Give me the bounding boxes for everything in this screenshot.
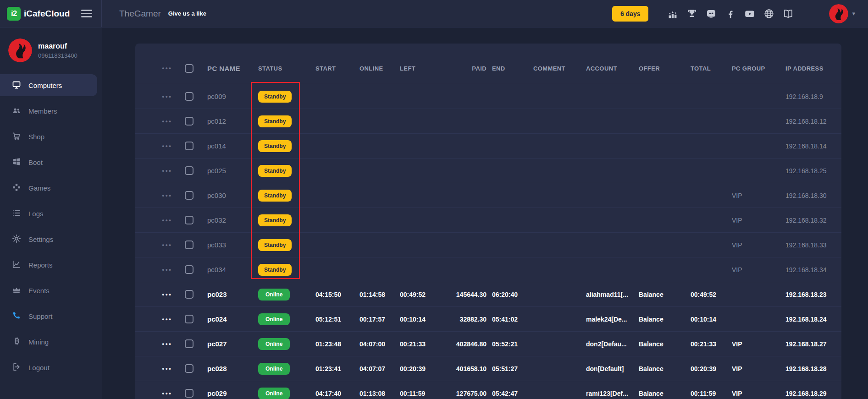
- col-start[interactable]: START: [312, 65, 356, 72]
- row-menu-button[interactable]: ●●●: [158, 391, 181, 396]
- col-left[interactable]: LEFT: [396, 65, 440, 72]
- cell-pc-name[interactable]: pc012: [204, 117, 254, 125]
- col-end[interactable]: END: [488, 65, 530, 72]
- row-checkbox[interactable]: [185, 117, 194, 126]
- col-ip-address[interactable]: IP ADDRESS: [782, 65, 841, 72]
- sidebar-item-label: Members: [28, 107, 57, 115]
- cell-pc-name[interactable]: pc030: [204, 191, 254, 199]
- row-checkbox[interactable]: [185, 216, 194, 224]
- crown-icon: [12, 285, 21, 296]
- row-checkbox[interactable]: [185, 389, 194, 398]
- status-badge: Online: [258, 338, 290, 350]
- row-menu-button[interactable]: ●●●: [158, 169, 181, 173]
- row-menu-button[interactable]: ●●●: [158, 218, 181, 223]
- col-total[interactable]: TOTAL: [687, 65, 728, 72]
- cell-group: VIP: [728, 365, 782, 372]
- menu-toggle-icon[interactable]: [81, 10, 92, 17]
- cell-pc-name[interactable]: pc027: [204, 340, 254, 348]
- col-status[interactable]: STATUS: [254, 65, 312, 72]
- ranking-icon[interactable]: [667, 8, 679, 20]
- cell-ip: 192.168.18.34: [782, 266, 841, 273]
- row-menu-button[interactable]: ●●●: [158, 366, 181, 371]
- cell-pc-name[interactable]: pc014: [204, 142, 254, 150]
- sidebar-item-logout[interactable]: Logout: [0, 356, 102, 378]
- sidebar-item-games[interactable]: Games: [0, 177, 102, 199]
- row-checkbox[interactable]: [185, 265, 194, 274]
- cell-account: rami123[Def...: [582, 390, 635, 397]
- sidebar-item-label: Shop: [28, 133, 44, 141]
- cell-ip: 192.168.18.30: [782, 192, 841, 199]
- row-menu-button[interactable]: ●●●: [158, 144, 181, 148]
- sidebar-item-members[interactable]: Members: [0, 100, 102, 122]
- app-logo[interactable]: i2 iCafeCloud: [7, 7, 70, 21]
- sidebar-item-settings[interactable]: Settings: [0, 228, 102, 250]
- cell-pc-name[interactable]: pc009: [204, 93, 254, 100]
- sidebar-item-events[interactable]: Events: [0, 279, 102, 301]
- monitor-icon: [12, 80, 21, 91]
- cell-pc-name[interactable]: pc023: [204, 290, 254, 298]
- guide-icon[interactable]: [782, 8, 794, 20]
- row-menu-button[interactable]: ●●●: [158, 292, 181, 297]
- discord-icon[interactable]: [705, 8, 717, 20]
- cell-pc-name[interactable]: pc028: [204, 365, 254, 372]
- row-checkbox[interactable]: [185, 92, 194, 101]
- row-menu-button[interactable]: ●●●: [158, 94, 181, 99]
- row-menu-button[interactable]: ●●●: [158, 119, 181, 124]
- row-menu-button[interactable]: ●●●: [158, 317, 181, 322]
- header-menu-icon[interactable]: ●●●: [158, 66, 181, 71]
- sidebar-item-shop[interactable]: Shop: [0, 126, 102, 148]
- sidebar-item-logs[interactable]: Logs: [0, 202, 102, 224]
- row-menu-button[interactable]: ●●●: [158, 193, 181, 198]
- cell-group: VIP: [728, 340, 782, 348]
- row-menu-button[interactable]: ●●●: [158, 268, 181, 272]
- cell-pc-name[interactable]: pc024: [204, 315, 254, 323]
- row-checkbox[interactable]: [185, 290, 194, 299]
- top-bar: i2 iCafeCloud TheGamer Give us a like 6 …: [0, 0, 868, 27]
- user-block[interactable]: maarouf 096118313400: [0, 27, 102, 72]
- row-checkbox[interactable]: [185, 191, 194, 200]
- col-comment[interactable]: COMMENT: [530, 65, 582, 72]
- col-pc-group[interactable]: PC GROUP: [728, 65, 782, 72]
- sidebar-item-reports[interactable]: Reports: [0, 254, 102, 276]
- row-checkbox[interactable]: [185, 315, 194, 323]
- cell-group: VIP: [728, 192, 782, 199]
- cell-pc-name[interactable]: pc033: [204, 241, 254, 249]
- sidebar: maarouf 096118313400 Computers Members S…: [0, 27, 102, 399]
- col-account[interactable]: ACCOUNT: [582, 65, 635, 72]
- sidebar-item-mining[interactable]: Mining: [0, 331, 102, 353]
- days-remaining-button[interactable]: 6 days: [612, 6, 649, 22]
- cell-total: 00:21:33: [687, 340, 728, 348]
- cell-start: 04:17:40: [312, 390, 356, 397]
- facebook-icon[interactable]: [724, 8, 736, 20]
- sidebar-item-computers[interactable]: Computers: [0, 74, 97, 96]
- cell-start: 01:23:48: [312, 340, 356, 348]
- trophy-icon[interactable]: [686, 8, 698, 20]
- select-all-checkbox[interactable]: [185, 64, 194, 73]
- row-menu-button[interactable]: ●●●: [158, 342, 181, 346]
- give-us-a-like-link[interactable]: Give us a like: [168, 10, 206, 17]
- col-pc-name[interactable]: PC NAME: [204, 65, 254, 72]
- row-checkbox[interactable]: [185, 142, 194, 150]
- cell-pc-name[interactable]: pc034: [204, 266, 254, 273]
- row-menu-button[interactable]: ●●●: [158, 243, 181, 247]
- sidebar-item-support[interactable]: Support: [0, 305, 102, 327]
- col-online[interactable]: ONLINE: [356, 65, 396, 72]
- youtube-icon[interactable]: [744, 8, 756, 20]
- account-menu[interactable]: ▾: [829, 4, 855, 23]
- cell-pc-name[interactable]: pc029: [204, 389, 254, 397]
- user-avatar: [829, 4, 848, 23]
- sidebar-item-boot[interactable]: Boot: [0, 151, 102, 173]
- row-checkbox[interactable]: [185, 364, 194, 373]
- cell-ip: 192.168.18.24: [782, 316, 841, 323]
- col-offer[interactable]: OFFER: [635, 65, 687, 72]
- cell-end: 05:42:47: [488, 390, 530, 397]
- cell-pc-name[interactable]: pc025: [204, 167, 254, 175]
- cell-pc-name[interactable]: pc032: [204, 216, 254, 224]
- table-row: ●●● pc029 Online 04:17:4001:13:0800:11:5…: [135, 381, 841, 399]
- row-checkbox[interactable]: [185, 240, 194, 249]
- row-checkbox[interactable]: [185, 339, 194, 348]
- row-checkbox[interactable]: [185, 166, 194, 175]
- cell-ip: 192.168.18.27: [782, 340, 841, 348]
- globe-icon[interactable]: [763, 8, 775, 20]
- col-paid[interactable]: PAID: [440, 65, 488, 72]
